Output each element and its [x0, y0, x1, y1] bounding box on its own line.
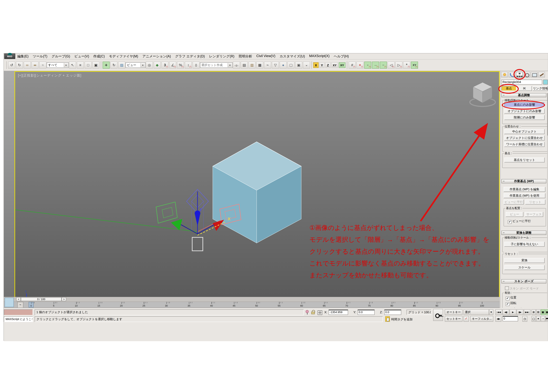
redo-icon[interactable]: [16, 62, 23, 69]
menu-item[interactable]: グラフ エディタ(D): [173, 54, 207, 59]
select-link-icon[interactable]: [24, 62, 31, 69]
rollout-adjust-transform[interactable]: −変換を調整: [501, 231, 546, 235]
affect-pivot-only-button[interactable]: 基点にのみ影響: [504, 102, 545, 107]
rect-region-icon[interactable]: [85, 62, 92, 69]
zoom-icon[interactable]: ⊕: [532, 309, 536, 315]
absolute-mode-icon[interactable]: [318, 310, 322, 315]
mini-curve-editor-button[interactable]: [17, 302, 23, 308]
viewcube[interactable]: [470, 82, 495, 106]
zoom-extents-icon[interactable]: ▣: [541, 309, 545, 315]
layer-manager-icon[interactable]: [249, 62, 256, 69]
go-to-start-icon[interactable]: |◀◀: [495, 309, 502, 315]
enable-rotation-checkbox[interactable]: 回転: [506, 301, 516, 306]
rollout-pivot-adjust[interactable]: −基点調整: [501, 93, 546, 97]
reset-transform-button[interactable]: 変換: [504, 258, 545, 263]
unlink-icon[interactable]: [31, 62, 39, 69]
select-by-name-icon[interactable]: [77, 62, 84, 69]
go-to-end-icon[interactable]: ▶▶|: [524, 309, 530, 315]
play-icon[interactable]: ▶: [510, 309, 516, 315]
chevron-down-icon[interactable]: [228, 63, 232, 67]
undo-icon[interactable]: [8, 62, 15, 69]
center-to-object-button[interactable]: 中心オブジェクト: [504, 129, 545, 134]
select-scale-icon[interactable]: [118, 62, 125, 69]
menu-item[interactable]: ビュー(V): [72, 54, 91, 59]
align-to-view-button[interactable]: ビューに平行: [504, 200, 524, 204]
create-tab-icon[interactable]: [501, 72, 508, 77]
mirror-icon[interactable]: [233, 62, 240, 69]
spinner-snap-icon[interactable]: [185, 62, 192, 69]
bind-spacewarp-icon[interactable]: [39, 62, 46, 69]
align-to-view-checkbox[interactable]: ビューに平行: [508, 219, 531, 224]
z-coord-field[interactable]: 0.0: [384, 310, 401, 315]
menu-item[interactable]: モディファイヤ(M): [107, 54, 140, 59]
time-slider-next-button[interactable]: >: [62, 297, 66, 301]
face-snap-icon[interactable]: [388, 62, 395, 69]
isolate-selection-icon[interactable]: [306, 310, 309, 314]
pivot-gizmo[interactable]: X Z: [15, 189, 241, 251]
menu-item[interactable]: ツール(T): [31, 54, 50, 59]
checkbox-icon[interactable]: [508, 220, 512, 224]
cube-object[interactable]: [213, 142, 301, 243]
use-pivot-center-icon[interactable]: [146, 62, 153, 69]
maximize-viewport-icon[interactable]: ⬒: [545, 316, 548, 322]
zoom-extents-all-icon[interactable]: ▣: [545, 309, 548, 315]
reset-scale-button[interactable]: スケール: [504, 265, 545, 270]
menu-item[interactable]: アニメーション(A): [140, 54, 173, 59]
align-icon[interactable]: [241, 62, 248, 69]
xy-axis-snap-icon[interactable]: XY: [411, 62, 418, 69]
set-keys-icon[interactable]: [433, 309, 443, 321]
window-crossing-icon[interactable]: [93, 62, 100, 69]
object-color-swatch[interactable]: [543, 80, 548, 84]
select-manipulate-icon[interactable]: [154, 62, 161, 69]
display-tab-icon[interactable]: [531, 72, 537, 77]
reference-coordinate-dropdown[interactable]: ビュー: [126, 62, 145, 68]
enable-position-checkbox[interactable]: 位置: [506, 295, 516, 301]
menu-item[interactable]: レンダリング(R): [207, 54, 236, 59]
menu-item[interactable]: ヘルプ(H): [332, 54, 351, 59]
link-info-tab-button[interactable]: リンク情報: [533, 86, 548, 91]
orbit-icon[interactable]: ◔: [541, 316, 545, 322]
chevron-down-icon[interactable]: [64, 63, 68, 67]
axis-constraint-xy-plane-button[interactable]: XY: [339, 62, 345, 68]
vertex-snap-icon[interactable]: [395, 62, 402, 69]
checkbox-icon[interactable]: [506, 302, 510, 306]
previous-frame-icon[interactable]: ◀▮: [503, 309, 509, 315]
utilities-tab-icon[interactable]: [538, 72, 545, 77]
axis-constraint-y-button[interactable]: Y: [319, 62, 325, 68]
menu-item[interactable]: グループ(G): [50, 54, 72, 59]
panel-splitter[interactable]: [500, 71, 501, 315]
selection-lock-icon[interactable]: [311, 310, 315, 314]
y-coord-field[interactable]: 0.0: [358, 310, 375, 315]
checkbox-icon[interactable]: [506, 296, 510, 300]
place-surface-button[interactable]: サーフェス: [525, 212, 543, 217]
timeline-ruler[interactable]: 0510152025303540455055606570758085909510…: [4, 302, 500, 308]
rollout-skin-pose[interactable]: −スキン ポーズ: [501, 279, 546, 283]
viewport[interactable]: [+][正投影][シェーディング + エッジ面]: [14, 71, 500, 315]
align-to-world-button[interactable]: ワールド座標に位置合わせ: [504, 142, 545, 147]
hierarchy-tab-icon[interactable]: [516, 72, 523, 77]
maxscript-listener-label[interactable]: MAXScript にようこそ: [4, 316, 33, 322]
star-snap-icon[interactable]: [403, 62, 410, 69]
key-filters-button[interactable]: キーフィルタ...: [470, 316, 493, 322]
menu-item[interactable]: MAXScript(X): [307, 54, 332, 59]
rollout-working-pivot[interactable]: −作業基点 (WP): [501, 179, 546, 183]
object-name-field[interactable]: Rectangle004: [501, 80, 542, 84]
menu-item[interactable]: 編集(E): [15, 54, 31, 59]
affect-hierarchy-only-button[interactable]: 階層にのみ影響: [504, 115, 545, 120]
pivot-tab-button[interactable]: 基点: [501, 86, 516, 91]
dont-affect-children-button[interactable]: 子に影響を与えない: [504, 242, 545, 247]
percent-snap-icon[interactable]: %: [177, 62, 184, 69]
midpoint-snap-icon[interactable]: [372, 62, 379, 69]
key-mode-toggle-icon[interactable]: [463, 316, 469, 322]
motion-tab-icon[interactable]: [523, 72, 530, 77]
time-slider-button[interactable]: 0 / 100: [21, 297, 62, 301]
reset-pivot-button[interactable]: 基点をリセット: [504, 158, 545, 162]
rendered-frame-icon[interactable]: [295, 62, 302, 69]
affect-object-only-button[interactable]: オブジェクトにのみ影響: [504, 109, 545, 114]
render-setup-icon[interactable]: [287, 62, 294, 69]
skin-pose-mode-checkbox[interactable]: スキン ポーズ モード: [505, 286, 539, 290]
checkbox-icon[interactable]: [505, 286, 509, 290]
axis-constraint-x-button[interactable]: X: [313, 62, 319, 68]
menu-item[interactable]: 作成(C): [91, 54, 107, 59]
select-object-icon[interactable]: [69, 62, 76, 69]
